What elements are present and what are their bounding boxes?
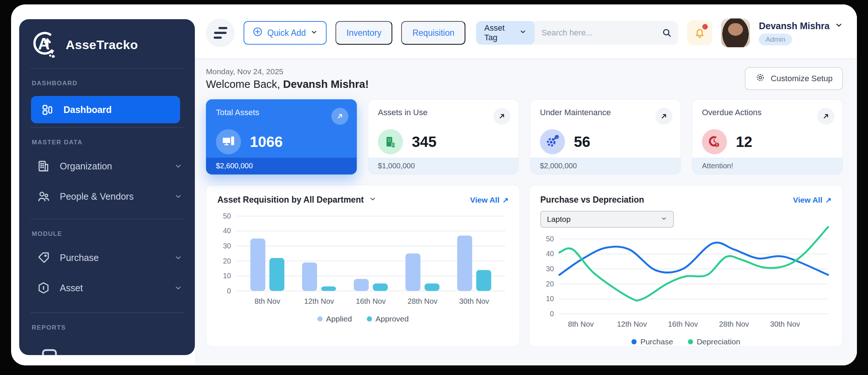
customize-setup-button[interactable]: Customize Setup	[745, 67, 843, 90]
notifications-button[interactable]	[687, 20, 712, 45]
legend-dot-depreciation	[688, 339, 693, 344]
chevron-down-icon	[661, 215, 667, 224]
dashboard-content: Monday, Nov 24, 2025 Welcome Back, Devan…	[195, 59, 857, 365]
sidebar-section-master-data: MASTER DATA	[19, 128, 195, 153]
sidebar-item-people-vendors[interactable]: People & Vendors	[19, 183, 195, 210]
chevron-down-icon	[835, 21, 843, 31]
arrow-up-right-icon: ↗	[502, 196, 509, 204]
stat-card-overdue-actions[interactable]: Overdue Actions	[692, 99, 843, 175]
stat-card-total-assets[interactable]: Total Assets	[206, 99, 357, 175]
brand-name: AsseTracko	[66, 38, 138, 52]
building-coins-icon	[378, 129, 403, 154]
sidebar: A AsseTracko DASHBOARD	[19, 19, 195, 355]
arrow-up-right-icon[interactable]	[817, 108, 834, 125]
sidebar-item-purchase[interactable]: Purchase	[19, 244, 195, 271]
monitor-icon	[216, 129, 241, 154]
user-menu[interactable]: Devansh Mishra	[759, 21, 843, 31]
user-avatar[interactable]	[721, 18, 750, 47]
bar-chart[interactable]: 010203040508th Nov12th Nov16th Nov28th N…	[217, 209, 509, 312]
stat-card-assets-in-use[interactable]: Assets in Use	[368, 99, 519, 175]
purchase-depreciation-chart-card: Purchase vs Depreciation View All ↗ Lapt…	[529, 185, 843, 347]
app-logo-icon: A	[32, 30, 59, 59]
svg-text:40: 40	[546, 250, 554, 258]
svg-text:40: 40	[223, 227, 231, 235]
user-block: Devansh Mishra Admin	[759, 21, 843, 45]
tag-icon	[37, 251, 50, 264]
svg-text:20: 20	[546, 280, 554, 288]
category-select[interactable]: Laptop	[540, 211, 674, 228]
svg-text:30: 30	[223, 242, 231, 250]
legend-depreciation[interactable]: Depreciation	[688, 337, 740, 346]
user-role-badge: Admin	[759, 34, 792, 45]
legend-purchase[interactable]: Purchase	[631, 337, 673, 346]
svg-text:50: 50	[223, 212, 231, 220]
chevron-down-icon	[174, 192, 182, 200]
sidebar-item-asset[interactable]: Asset	[19, 275, 195, 301]
search-input[interactable]	[535, 28, 654, 38]
charts-row: Asset Requisition by All Department View…	[206, 185, 843, 347]
gear-icon	[755, 72, 765, 85]
stat-card-under-maintenance[interactable]: Under Maintenance	[530, 99, 681, 175]
sidebar-section-reports: REPORTS	[19, 313, 195, 338]
svg-text:28th Nov: 28th Nov	[719, 320, 749, 328]
purchase-chart-title: Purchase vs Depreciation	[540, 195, 644, 205]
view-all-link[interactable]: View All ↗	[470, 196, 509, 204]
svg-text:8th Nov: 8th Nov	[568, 320, 594, 328]
svg-text:16th Nov: 16th Nov	[356, 297, 386, 305]
sidebar-section-module: MODULE	[19, 219, 195, 244]
arrow-up-right-icon[interactable]	[493, 108, 510, 125]
stat-card-footer: $2,000,000	[530, 158, 681, 174]
line-chart[interactable]: 010203040508th Nov12th Nov16th Nov28th N…	[540, 232, 831, 334]
search-filter-dropdown[interactable]: Asset Tag	[476, 21, 535, 45]
line-chart-legend: Purchase Depreciation	[540, 337, 831, 346]
requisition-chart-title-dropdown[interactable]: Asset Requisition by All Department	[217, 195, 376, 205]
clock-alert-icon	[702, 129, 727, 154]
chevron-down-icon	[174, 284, 182, 292]
svg-text:0: 0	[550, 310, 554, 318]
inventory-button[interactable]: Inventory	[335, 21, 393, 45]
legend-dot-purchase	[631, 339, 637, 344]
svg-text:12th Nov: 12th Nov	[617, 320, 647, 328]
svg-text:28th Nov: 28th Nov	[407, 297, 438, 305]
gear-wrench-icon	[540, 129, 565, 154]
legend-applied[interactable]: Applied	[317, 314, 352, 323]
people-icon	[37, 190, 50, 203]
stat-card-footer: $2,600,000	[206, 158, 356, 174]
chevron-down-icon	[369, 195, 376, 205]
chevron-down-icon	[174, 254, 182, 262]
sidebar-item-organization[interactable]: Organization	[19, 153, 195, 179]
current-date: Monday, Nov 24, 2025	[206, 67, 369, 76]
arrow-up-right-icon: ↗	[825, 196, 831, 204]
stat-card-footer: Attention!	[692, 158, 843, 174]
svg-text:10: 10	[223, 272, 231, 280]
building-icon	[37, 159, 50, 173]
menu-filter-button[interactable]	[206, 18, 235, 47]
chevron-down-icon	[519, 28, 527, 38]
svg-text:0: 0	[227, 287, 231, 295]
svg-text:10: 10	[546, 295, 554, 303]
stat-cards-row: Total Assets	[206, 99, 843, 175]
arrow-up-right-icon[interactable]	[655, 108, 672, 125]
svg-text:20: 20	[223, 257, 231, 265]
welcome-block: Monday, Nov 24, 2025 Welcome Back, Devan…	[206, 67, 369, 90]
arrow-up-right-icon[interactable]	[331, 108, 348, 125]
sidebar-item-dashboard[interactable]: Dashboard	[31, 96, 180, 123]
requisition-button[interactable]: Requisition	[401, 21, 465, 45]
sidebar-section-dashboard: DASHBOARD	[19, 69, 195, 94]
brand-logo-row[interactable]: A AsseTracko	[19, 19, 195, 68]
quick-add-button[interactable]: Quick Add	[244, 21, 327, 45]
top-bar: Quick Add Inventory Requisition Asset Ta…	[195, 4, 857, 59]
legend-dot-applied	[317, 316, 323, 321]
stat-card-footer: $1,000,000	[368, 158, 519, 174]
bar-chart-legend: Applied Approved	[217, 314, 509, 323]
search-icon[interactable]	[654, 28, 678, 38]
search-bar: Asset Tag	[476, 21, 678, 45]
svg-text:30th Nov: 30th Nov	[459, 297, 489, 305]
report-icon	[42, 349, 57, 355]
svg-text:30: 30	[546, 265, 554, 273]
legend-approved[interactable]: Approved	[367, 314, 409, 323]
dashboard-grid-icon	[41, 103, 54, 116]
desktop-background: A AsseTracko DASHBOARD	[0, 0, 868, 375]
svg-text:50: 50	[546, 235, 554, 243]
view-all-link[interactable]: View All ↗	[793, 196, 831, 204]
